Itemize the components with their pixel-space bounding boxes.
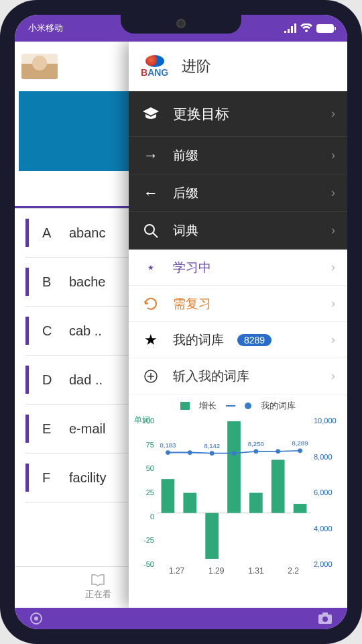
legend-line-label: 我的词库 [261, 400, 296, 412]
system-nav [15, 608, 347, 629]
book-icon [90, 574, 105, 586]
star-half-icon: ⋆ [142, 259, 160, 276]
svg-text:8,250: 8,250 [248, 440, 264, 447]
menu-item-arrow-right[interactable]: →前缀› [129, 137, 347, 174]
svg-line-1 [153, 233, 158, 237]
svg-rect-7 [183, 493, 196, 513]
cap-icon [142, 107, 160, 121]
svg-point-25 [34, 616, 38, 621]
menu-item-search[interactable]: 词典› [129, 212, 347, 250]
legend-line-icon [245, 402, 251, 409]
count-badge: 8289 [237, 334, 272, 346]
legend-bar-icon [180, 402, 190, 410]
chevron-right-icon: › [331, 297, 335, 311]
stats-chart: 增长 我的词库 单词 1007550250-25-50 10,0008,0006… [129, 394, 347, 608]
drawer-title: 进阶 [182, 56, 211, 76]
svg-text:8,142: 8,142 [204, 442, 220, 449]
menu-item[interactable]: ⋆学习中› [129, 250, 347, 286]
menu-item-cap[interactable]: 更换目标› [129, 91, 347, 137]
svg-rect-9 [227, 421, 241, 513]
plus-icon [142, 370, 160, 383]
svg-rect-6 [162, 479, 175, 513]
menu-item[interactable]: ★我的词库8289› [129, 322, 347, 358]
chevron-right-icon: › [331, 333, 335, 347]
menu-item[interactable]: 需复习› [129, 286, 347, 322]
menu-item-arrow-left[interactable]: ←后缀› [129, 174, 347, 212]
svg-point-27 [322, 616, 328, 622]
svg-rect-28 [322, 612, 328, 615]
chevron-right-icon: › [331, 186, 335, 200]
svg-point-18 [276, 449, 280, 454]
menu-item[interactable]: 斩入我的词库› [129, 358, 347, 394]
app-logo: BANG [141, 55, 168, 78]
svg-text:8,183: 8,183 [160, 441, 176, 449]
svg-rect-11 [272, 460, 285, 513]
legend-bar-label: 增长 [199, 400, 217, 412]
avatar[interactable] [21, 54, 58, 79]
chevron-right-icon: › [331, 260, 335, 274]
svg-rect-12 [294, 504, 307, 513]
star-icon: ★ [142, 331, 160, 349]
carrier-label: 小米移动 [28, 22, 63, 34]
svg-rect-10 [249, 493, 263, 513]
side-drawer: BANG 进阶 更换目标›→前缀›←后缀›词典› ⋆学习中›需复习›★我的词库8… [129, 42, 347, 608]
svg-point-0 [145, 225, 154, 234]
svg-point-15 [210, 451, 215, 455]
svg-rect-8 [205, 513, 219, 559]
search-icon [142, 223, 160, 238]
battery-icon [316, 24, 334, 33]
chevron-right-icon: › [331, 148, 335, 162]
svg-text:8,289: 8,289 [292, 439, 308, 447]
svg-point-13 [166, 450, 170, 455]
arrow-right-icon: → [142, 147, 160, 164]
signal-icon [284, 23, 296, 33]
camera-nav-icon[interactable] [318, 612, 333, 625]
back-nav-icon[interactable] [29, 612, 43, 625]
chevron-right-icon: › [331, 107, 335, 121]
arrow-left-icon: ← [142, 184, 160, 202]
chevron-right-icon: › [331, 369, 335, 383]
chevron-right-icon: › [331, 223, 335, 237]
svg-point-17 [253, 449, 258, 454]
svg-point-16 [232, 451, 237, 455]
refresh-icon [142, 297, 160, 311]
svg-point-19 [298, 449, 302, 453]
svg-point-14 [188, 450, 192, 455]
wifi-icon [300, 23, 312, 33]
